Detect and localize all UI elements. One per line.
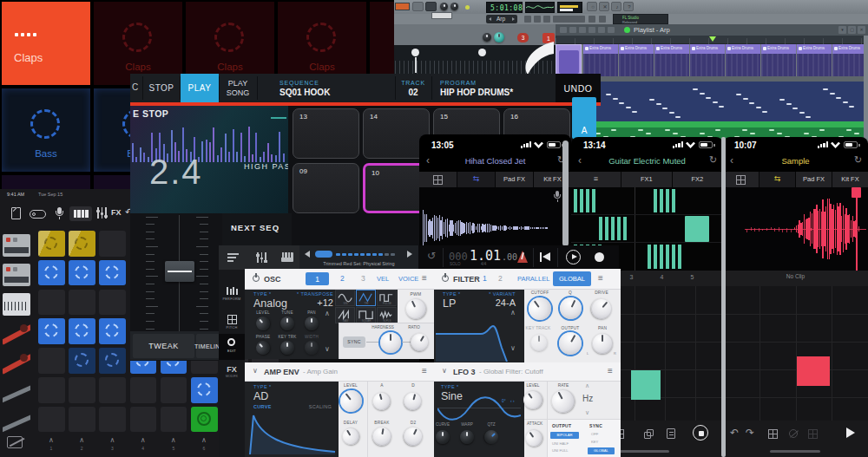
tab-menu[interactable]: ≡ <box>571 172 621 187</box>
osc-tab-voice[interactable]: VOICE <box>398 276 418 283</box>
playlist-clip-header[interactable]: Extra Drums <box>690 44 725 54</box>
playlist-clip-body[interactable] <box>797 54 832 76</box>
file-icon[interactable] <box>11 207 21 219</box>
fl-pattern-prev-icon[interactable] <box>489 17 491 21</box>
grid-pad-active[interactable] <box>99 318 126 344</box>
mic-icon[interactable] <box>552 191 562 203</box>
playlist-clip-header[interactable]: Extra Drums <box>583 44 618 54</box>
undo-arrow-icon[interactable]: ↶ <box>730 428 739 438</box>
grid-pad-active[interactable] <box>38 231 65 257</box>
rate-unit[interactable]: Hz <box>582 395 593 403</box>
tab-pad-fx[interactable]: Pad FX <box>796 172 832 187</box>
tab-grid[interactable] <box>419 172 457 187</box>
grid-pad[interactable] <box>99 377 126 403</box>
play-button[interactable] <box>566 250 581 264</box>
grid-pad[interactable] <box>69 377 95 403</box>
playlist-clip-body[interactable] <box>832 54 867 76</box>
window-control-button[interactable]: ▢ <box>848 26 856 34</box>
output-option-unifull[interactable]: UNI FULL <box>552 449 569 453</box>
grid-pad-active[interactable] <box>99 348 126 374</box>
preset-next-icon[interactable] <box>407 251 412 258</box>
grid-pad[interactable] <box>38 407 65 433</box>
fl-tool-icon[interactable] <box>557 16 564 23</box>
grid-pad-active[interactable] <box>191 377 218 403</box>
home-indicator[interactable] <box>770 450 820 453</box>
fl-marker-dot[interactable] <box>411 49 419 56</box>
device-thumbnail[interactable] <box>3 293 30 316</box>
fl-tool-icon[interactable] <box>534 16 541 23</box>
lfo-curve-knob[interactable] <box>436 430 450 444</box>
play-button[interactable]: PLAY <box>181 74 219 102</box>
column-collapse-chevron[interactable]: ∧ <box>130 437 156 444</box>
clip-grid[interactable] <box>723 286 868 421</box>
osc-tune-knob[interactable] <box>280 317 294 330</box>
playlist-tool-icon[interactable] <box>589 27 595 33</box>
playlist-clip-header[interactable]: Extra Drums <box>797 44 832 54</box>
fl-toolbar-icon-button[interactable]: ♪ <box>611 2 621 11</box>
playlist-clip-body[interactable] <box>690 54 725 76</box>
sequence-value[interactable]: SQ01 HOOK <box>279 88 330 97</box>
device-thumbnail[interactable] <box>3 382 30 404</box>
grid-pad-active[interactable] <box>38 318 65 344</box>
panel-menu-icon[interactable]: ≡ <box>608 367 613 375</box>
collapse-chevron[interactable]: ∨ <box>442 368 447 375</box>
playlist-clip-header[interactable]: Extra Drums <box>761 44 796 54</box>
tab-tweak[interactable]: ⇆ <box>457 172 495 187</box>
column-collapse-chevron[interactable]: ∧ <box>69 437 95 444</box>
grid-pad-active[interactable] <box>99 260 126 286</box>
playlist-pattern-track-blue[interactable] <box>556 82 868 121</box>
playlist-scrollbar[interactable] <box>864 36 868 140</box>
stop-button[interactable] <box>693 425 708 441</box>
redo-arrow-icon[interactable]: ↷ <box>746 428 754 438</box>
preset-prev-icon[interactable] <box>305 251 310 258</box>
env-type-value[interactable]: AD <box>253 391 268 402</box>
pan-knob[interactable] <box>592 333 613 354</box>
playlist-clip-body[interactable] <box>726 54 760 76</box>
grid-pad-active[interactable] <box>69 231 95 257</box>
waveform-option-saw[interactable]: SAW <box>335 307 355 323</box>
grid-pad[interactable] <box>161 377 187 403</box>
osc-keytrack-knob[interactable] <box>280 341 294 355</box>
column-collapse-chevron[interactable]: ∧ <box>161 437 187 444</box>
column-collapse-chevron[interactable]: ∧ <box>99 437 125 444</box>
piano-icon[interactable] <box>281 252 293 262</box>
window-control-button[interactable]: ✕ <box>858 26 865 34</box>
fl-tool-icon[interactable] <box>589 16 595 23</box>
curve-tab[interactable]: CURVE <box>253 405 272 410</box>
scaling-tab[interactable]: SCALING <box>292 405 332 410</box>
osc-tab-2[interactable]: 2 <box>340 275 345 283</box>
playlist-clip-selected[interactable] <box>556 44 582 77</box>
grid-pad[interactable] <box>38 348 65 374</box>
grid-pad[interactable] <box>99 290 126 316</box>
loop-capsule-icon[interactable] <box>30 210 46 219</box>
fl-tool-icon[interactable] <box>543 16 550 23</box>
clip-pad[interactable]: Bass <box>2 88 90 172</box>
waveform-option-sqr[interactable]: SQUAR <box>356 307 376 323</box>
device-thumbnail[interactable] <box>3 234 30 257</box>
scroll-up-chevron[interactable]: ∧ <box>325 310 330 317</box>
osc-tab-3[interactable]: 3 <box>361 275 365 283</box>
playlist-clip-header[interactable]: Extra Drums <box>654 44 689 54</box>
grid-pad-active[interactable] <box>69 318 95 344</box>
undo-history-icon[interactable]: ↺ <box>427 251 436 261</box>
fl-tool-icon[interactable] <box>599 16 606 23</box>
tab-pad-fx[interactable]: Pad FX <box>496 172 533 187</box>
stop-button[interactable]: STOP <box>144 84 179 93</box>
playlist-tool-icon[interactable] <box>598 27 605 33</box>
hardness-knob[interactable] <box>380 332 401 353</box>
panel-title[interactable]: Guitar Electric Muted <box>571 157 723 166</box>
lfo-warp-knob[interactable] <box>460 430 474 444</box>
device-thumbnail[interactable] <box>3 323 30 345</box>
skip-start-button[interactable] <box>540 252 550 263</box>
output-option-bipolar[interactable]: BIPOLAR <box>550 432 579 439</box>
paste-icon[interactable] <box>667 428 675 439</box>
undo-button[interactable]: UNDO <box>556 84 601 94</box>
power-icon[interactable] <box>442 275 449 282</box>
sidebar-item-perform[interactable]: PERFORM <box>219 285 245 308</box>
tweak-button[interactable]: TWEAK <box>133 334 194 358</box>
variant-value[interactable]: 24-A <box>465 298 516 308</box>
fl-channel-knob-teal[interactable] <box>494 32 504 42</box>
tab-fx2[interactable]: FX2 <box>673 172 722 187</box>
refresh-icon[interactable]: ↻ <box>854 155 862 165</box>
play-song-button[interactable]: PLAY SONG <box>222 79 253 99</box>
